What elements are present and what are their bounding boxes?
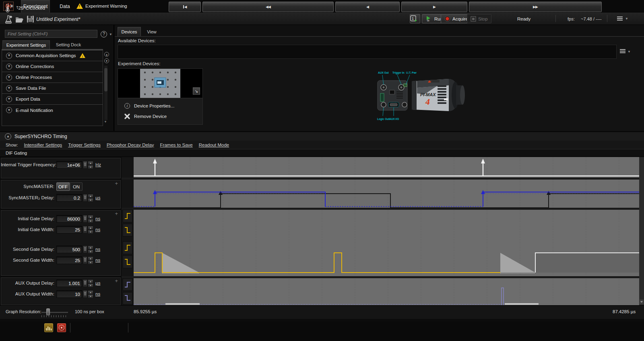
tab-experiment-settings[interactable]: Experiment Settings <box>2 40 50 49</box>
aux-output-width-input[interactable] <box>56 290 82 298</box>
timer-status-icon[interactable] <box>57 323 66 332</box>
available-devices-menu-caret-icon[interactable]: ▼ <box>627 50 631 54</box>
slider-toggle-icon[interactable] <box>83 290 87 298</box>
spin-down-icon[interactable]: ▼ <box>88 250 93 254</box>
spin-up-icon[interactable]: ▲ <box>88 215 93 219</box>
spin-down-icon[interactable]: ▼ <box>88 165 93 169</box>
second-gate-width-spinner[interactable]: ▲▼ <box>88 256 93 264</box>
second-gate-delay-input[interactable] <box>56 246 82 253</box>
initial-gate-width-unit-link[interactable]: ns <box>95 227 100 232</box>
slider-toggle-icon[interactable] <box>83 279 87 287</box>
aux-output-delay-spinner[interactable]: ▲▼ <box>88 279 93 287</box>
second-gate-delay-unit-link[interactable]: ns <box>95 247 100 252</box>
page-left-button[interactable]: ◀◀ <box>202 2 334 12</box>
page-right-button[interactable]: ▶▶ <box>469 2 602 12</box>
graph-right-scrollbar[interactable] <box>639 157 644 305</box>
syncmaster-on-button[interactable]: ON <box>70 182 83 191</box>
spin-up-icon[interactable]: ▲ <box>88 279 93 283</box>
search-input[interactable] <box>5 30 97 38</box>
section-export-data[interactable]: ▼ Export Data <box>2 94 103 105</box>
spin-up-icon[interactable]: ▲ <box>88 256 93 260</box>
histogram-status-icon[interactable] <box>44 323 53 332</box>
syncmaster2-delay-unit-link[interactable]: µs <box>95 195 100 200</box>
link-phosphor-decay-delay[interactable]: Phosphor Decay Delay <box>107 143 154 147</box>
slider-toggle-icon[interactable] <box>83 246 87 253</box>
device-properties-item[interactable]: i Device Properties... <box>118 101 202 111</box>
collapse-all-icon[interactable]: ▲ <box>104 52 109 57</box>
spin-down-icon[interactable]: ▼ <box>88 294 93 298</box>
internal-trigger-frequency-input[interactable] <box>56 161 82 169</box>
preview-button[interactable]: 1 <box>410 14 420 23</box>
remove-device-item[interactable]: Remove Device <box>118 111 202 122</box>
section-email-notification[interactable]: ▼ E-mail Notification <box>2 105 103 116</box>
collapse-section-icon[interactable]: ▲ <box>5 133 11 140</box>
slider-toggle-icon[interactable] <box>83 256 87 264</box>
spin-up-icon[interactable]: ▲ <box>88 194 93 198</box>
stop-button[interactable]: Stop <box>467 14 491 23</box>
step-left-button[interactable]: ◀ <box>335 2 400 12</box>
tab-data[interactable]: Data <box>54 0 76 12</box>
spin-down-icon[interactable]: ▼ <box>88 283 93 287</box>
link-intensifier-settings[interactable]: Intensifier Settings <box>24 143 62 147</box>
slider-toggle-icon[interactable] <box>83 194 87 202</box>
save-experiment-icon[interactable] <box>27 15 34 23</box>
frequency-spinner[interactable]: ▲▼ <box>88 161 93 169</box>
scroll-down-caret-icon[interactable]: ▼ <box>104 120 107 124</box>
toolbar-menu-button[interactable] <box>617 17 623 21</box>
tab-devices[interactable]: Devices <box>118 27 141 36</box>
step-right-button[interactable]: ▶ <box>401 2 467 12</box>
spin-up-icon[interactable]: ▲ <box>88 161 93 165</box>
initial-gate-delay-unit-link[interactable]: ns <box>95 216 100 221</box>
expand-panel-icon[interactable]: + <box>115 212 118 216</box>
temperature-status[interactable]: -25°C Locked <box>5 3 45 13</box>
initial-gate-width-spinner[interactable]: ▲▼ <box>88 226 93 234</box>
slider-toggle-icon[interactable] <box>83 215 87 223</box>
link-trigger-settings[interactable]: Trigger Settings <box>68 143 101 147</box>
expand-panel-icon[interactable]: + <box>115 182 118 186</box>
resolution-slider-handle[interactable] <box>46 308 50 315</box>
slider-toggle-icon[interactable] <box>83 226 87 234</box>
spin-up-icon[interactable]: ▲ <box>88 290 93 294</box>
aux-output-width-spinner[interactable]: ▲▼ <box>88 290 93 298</box>
tab-view[interactable]: View <box>142 27 161 36</box>
sidebar-scrollbar-thumb[interactable] <box>104 68 107 91</box>
aux-output-delay-unit-link[interactable]: µs <box>95 281 100 285</box>
open-experiment-icon[interactable] <box>15 16 24 23</box>
spin-up-icon[interactable]: ▲ <box>88 226 93 230</box>
expand-panel-icon[interactable]: + <box>115 279 118 283</box>
section-common-acquisition-settings[interactable]: ▼ Common Acquisition Settings ! <box>2 50 103 61</box>
scroll-to-start-button[interactable]: ◀ <box>169 2 201 12</box>
resolution-slider-track[interactable] <box>41 312 68 313</box>
help-icon[interactable]: ? <box>101 31 107 37</box>
timing-graph[interactable] <box>122 157 644 305</box>
sidebar-scrollbar[interactable] <box>104 66 107 120</box>
slider-toggle-icon[interactable] <box>83 161 87 169</box>
expand-device-icon[interactable]: ↘ <box>193 87 200 95</box>
available-devices-menu-button[interactable] <box>620 49 625 53</box>
spin-down-icon[interactable]: ▼ <box>88 219 93 223</box>
expand-all-icon[interactable]: ▼ <box>104 58 109 63</box>
section-save-data-file[interactable]: ▼ Save Data File <box>2 83 103 94</box>
initial-gate-delay-input[interactable] <box>56 215 82 223</box>
help-caret-icon[interactable]: ▼ <box>109 33 112 36</box>
spin-up-icon[interactable]: ▲ <box>88 246 93 250</box>
frequency-unit-link[interactable]: Hz <box>95 162 101 167</box>
section-online-corrections[interactable]: ▼ Online Corrections <box>2 61 103 72</box>
available-devices-list[interactable] <box>118 45 617 59</box>
link-readout-mode[interactable]: Readout Mode <box>199 143 229 147</box>
tab-setting-dock[interactable]: Setting Dock <box>51 40 86 49</box>
second-gate-delay-spinner[interactable]: ▲▼ <box>88 246 93 253</box>
second-gate-width-input[interactable] <box>56 256 82 264</box>
spin-down-icon[interactable]: ▼ <box>88 260 93 265</box>
syncmaster2-delay-input[interactable] <box>56 194 82 202</box>
spin-down-icon[interactable]: ▼ <box>88 198 93 202</box>
device-card[interactable]: ↘ i Device Properties... Remove Device <box>118 68 203 125</box>
initial-gate-width-input[interactable] <box>56 226 82 234</box>
second-gate-width-unit-link[interactable]: ns <box>95 258 100 262</box>
experiment-warning-status[interactable]: Experiment Warning <box>76 3 127 9</box>
initial-gate-delay-spinner[interactable]: ▲▼ <box>88 215 93 223</box>
spin-down-icon[interactable]: ▼ <box>88 230 93 234</box>
aux-output-width-unit-link[interactable]: ns <box>95 291 100 296</box>
link-frames-to-save[interactable]: Frames to Save <box>160 143 193 147</box>
new-experiment-icon[interactable] <box>4 14 13 24</box>
